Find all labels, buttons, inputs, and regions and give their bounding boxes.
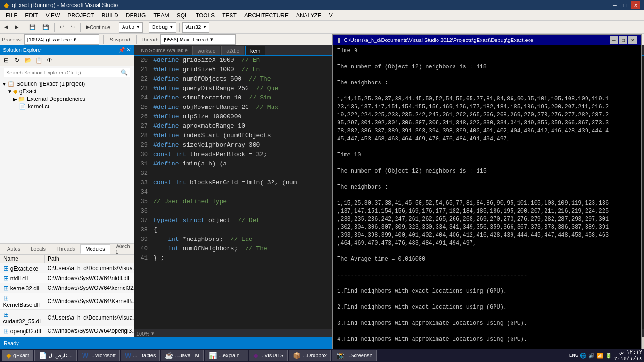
clock-date: ٢٠١٤/١/١٤ bbox=[614, 355, 642, 362]
properties-button[interactable]: 📋 bbox=[33, 56, 44, 65]
project-arrow: ▼ bbox=[8, 89, 12, 94]
save-button[interactable]: 💾 bbox=[27, 22, 38, 33]
preview-button[interactable]: 👁 bbox=[44, 56, 55, 65]
close-button[interactable]: ✕ bbox=[631, 1, 640, 9]
project-node[interactable]: ▼ ◆ gExact bbox=[0, 88, 134, 95]
taskbar-item-java[interactable]: ☕ ...Java - M bbox=[161, 350, 203, 361]
menu-architecture[interactable]: ARCHITECTURE bbox=[240, 11, 292, 20]
no-source-tab[interactable]: No Source Available bbox=[136, 46, 192, 55]
kernel-file-node[interactable]: 📄 kernel.cu bbox=[0, 103, 134, 110]
taskbar-item-vs[interactable]: ◆ ...Visual S bbox=[249, 350, 288, 361]
console-line: 78,382,386,387,389,391,393,394,398,399,4… bbox=[337, 127, 637, 135]
suspend-button[interactable]: Suspend bbox=[107, 34, 132, 45]
table-row[interactable]: ⊞ opengl32.dll C:\Windows\SysWOW64\openg… bbox=[0, 326, 134, 336]
tab-kern[interactable]: kern bbox=[245, 46, 265, 55]
module-icon: ⊞ bbox=[3, 294, 9, 302]
taskbar-item-dropbox[interactable]: 📦 ...Dropbox bbox=[289, 350, 331, 361]
tab-autos[interactable]: Autos bbox=[2, 244, 25, 254]
tab-locals[interactable]: Locals bbox=[25, 244, 51, 254]
taskbar-item-screenshot[interactable]: 📸 ...Screensh bbox=[332, 350, 377, 361]
menu-extra[interactable]: V bbox=[325, 11, 337, 20]
status-bar: Ready bbox=[0, 337, 332, 349]
menu-edit[interactable]: EDIT bbox=[21, 11, 41, 20]
menu-build[interactable]: BUILD bbox=[98, 11, 122, 20]
process-dropdown[interactable]: [10924] gExact.exe ▾ bbox=[24, 34, 99, 45]
forward-button[interactable]: ▶ bbox=[12, 22, 21, 33]
undo-button[interactable]: ↩ bbox=[58, 22, 66, 33]
table-row[interactable]: ⊞ ntdll.dll C:\Windows\SysWOW64\ntdll.dl… bbox=[0, 273, 134, 283]
taskbar-item-viewer[interactable]: 📄 عارض ال... bbox=[34, 350, 77, 361]
console-line: ,393,394,398,399,400,401,402,404,406,412… bbox=[337, 231, 637, 239]
refresh-button[interactable]: ↻ bbox=[12, 56, 22, 65]
console-line: 1,15,25,30,37,38,41,45,50,52,54,65,77,81… bbox=[337, 199, 637, 207]
console-restore-button[interactable]: □ bbox=[619, 36, 627, 44]
module-path-cell: C:\Windows\SysWOW64\opengl3... bbox=[45, 326, 134, 336]
solution-label: Solution 'gExact' (1 project) bbox=[17, 81, 85, 87]
tab-a2d-c[interactable]: a2d.c bbox=[221, 46, 244, 55]
collapse-all-button[interactable]: ⊟ bbox=[1, 56, 11, 65]
config-dropdown[interactable]: Auto ▾ bbox=[119, 22, 143, 33]
console-minimize-button[interactable]: ─ bbox=[610, 36, 618, 44]
thread-dropdown[interactable]: [9556] Main Thread ▾ bbox=[160, 34, 236, 45]
line-number: 24 bbox=[134, 93, 151, 103]
restore-button[interactable]: □ bbox=[620, 1, 630, 9]
console-line: 95,297,301,302,304,306,307,309,311,318,3… bbox=[337, 119, 637, 127]
ext-deps-icon: 📁 bbox=[18, 96, 25, 102]
menu-team[interactable]: TEAM bbox=[149, 11, 173, 20]
console-line bbox=[337, 175, 637, 183]
zoom-arrow[interactable]: ▾ bbox=[151, 330, 154, 337]
console-line: The Avrage time = 0.016000 bbox=[337, 255, 637, 263]
table-row[interactable]: ⊞ cudart32_55.dll C:\Users\a_h_d\Documen… bbox=[0, 310, 134, 326]
taskbar-item-gexact[interactable]: ◆ gExact bbox=[2, 350, 33, 361]
mode-dropdown[interactable]: Debug ▾ bbox=[149, 22, 176, 33]
menu-test[interactable]: TEST bbox=[218, 11, 240, 20]
show-files-button[interactable]: 📂 bbox=[23, 56, 33, 65]
solution-explorer-panel: Solution Explorer 📌 ✕ ⊟ ↻ 📂 📋 👁 🔍 ▼ 📋 So… bbox=[0, 45, 134, 337]
menu-sql[interactable]: SQL bbox=[173, 11, 192, 20]
ext-deps-arrow: ▶ bbox=[13, 97, 17, 102]
taskbar-item-word1[interactable]: W ...Microsoft bbox=[78, 350, 120, 361]
platform-dropdown[interactable]: Win32 ▾ bbox=[182, 22, 210, 33]
pin-icon[interactable]: 📌 bbox=[118, 47, 125, 53]
menu-debug[interactable]: DEBUG bbox=[122, 11, 150, 20]
search-input[interactable] bbox=[6, 70, 121, 75]
taskbar-item-tables[interactable]: W ... - tables bbox=[121, 350, 160, 361]
tab-watch1[interactable]: Watch 1 bbox=[110, 244, 134, 254]
module-path-cell: C:\Windows\SysWOW64\kernel32... bbox=[45, 283, 134, 293]
line-number: 27 bbox=[134, 122, 151, 131]
table-row[interactable]: ⊞ kernel32.dll C:\Windows\SysWOW64\kerne… bbox=[0, 283, 134, 293]
table-row[interactable]: ⊞ KernelBase.dll C:\Windows\SysWOW64\Ker… bbox=[0, 293, 134, 310]
module-path-cell: C:\Windows\SysWOW64\ntdll.dll bbox=[45, 273, 134, 283]
solution-node[interactable]: ▼ 📋 Solution 'gExact' (1 project) bbox=[0, 80, 134, 88]
menu-analyze[interactable]: ANALYZE bbox=[292, 11, 325, 20]
table-row[interactable]: ⊞ gExact.exe C:\Users\a_h_d\Documents\Vi… bbox=[0, 263, 134, 273]
search-box[interactable]: 🔍 bbox=[4, 68, 130, 77]
line-number: 41 bbox=[134, 254, 151, 263]
console-close-button[interactable]: ✕ bbox=[628, 36, 637, 44]
line-number: 30 bbox=[134, 150, 151, 159]
line-number: 32 bbox=[134, 169, 151, 178]
minimize-button[interactable]: ─ bbox=[610, 1, 619, 9]
menu-project[interactable]: PROJECT bbox=[64, 11, 98, 20]
menu-file[interactable]: FILE bbox=[2, 11, 21, 20]
tab-works-c[interactable]: works.c bbox=[192, 46, 220, 55]
menu-tools[interactable]: TOOLS bbox=[192, 11, 218, 20]
external-deps-node[interactable]: ▶ 📁 External Dependencies bbox=[0, 95, 134, 103]
tab-threads[interactable]: Threads bbox=[51, 244, 80, 254]
back-button[interactable]: ◀ bbox=[2, 22, 10, 33]
console-line: The neighbors : bbox=[337, 183, 637, 191]
redo-button[interactable]: ↪ bbox=[68, 22, 77, 33]
line-number: 34 bbox=[134, 188, 151, 197]
module-icon: ⊞ bbox=[3, 284, 9, 292]
continue-button[interactable]: ▶ Continue bbox=[83, 22, 113, 33]
tab-modules[interactable]: Modules bbox=[80, 244, 110, 254]
console-icon: ▮ bbox=[337, 36, 341, 44]
taskbar-item-explain[interactable]: 📊 ...explain_! bbox=[205, 350, 248, 361]
solution-explorer-title: Solution Explorer bbox=[3, 47, 42, 53]
module-path-cell: C:\Users\a_h_d\Documents\Visua... bbox=[45, 263, 134, 273]
close-solution-icon[interactable]: ✕ bbox=[126, 47, 131, 53]
save-all-button[interactable]: 💾 bbox=[40, 22, 51, 33]
console-line: The neighbors : bbox=[337, 79, 637, 87]
console-win-controls: ─ □ ✕ bbox=[610, 36, 637, 44]
menu-view[interactable]: VIEW bbox=[42, 11, 64, 20]
